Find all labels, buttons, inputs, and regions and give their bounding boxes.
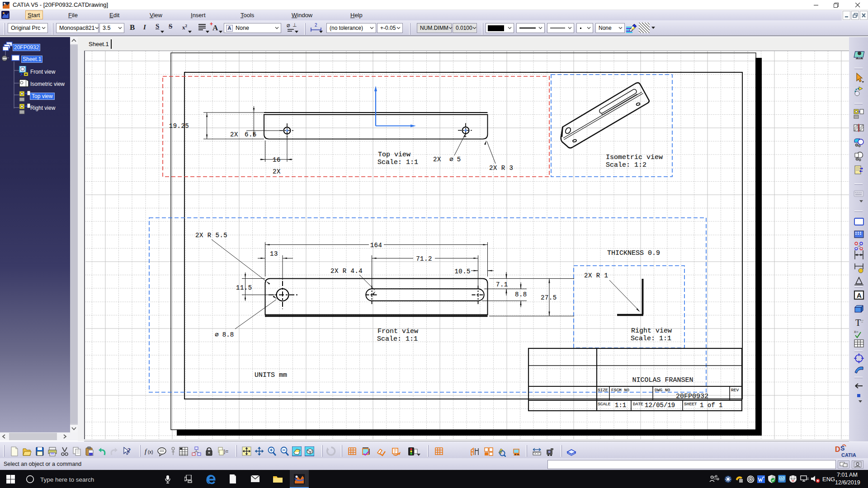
svg-text:(x): (x) [148, 450, 153, 455]
svg-text:8.8: 8.8 [515, 291, 527, 298]
svg-text:THICKNESS 0.9: THICKNESS 0.9 [607, 249, 660, 257]
svg-text:⊥: ⊥ [292, 22, 297, 28]
svg-text:13: 13 [270, 250, 278, 258]
svg-text:REV: REV [731, 388, 739, 393]
svg-text:2X: 2X [273, 168, 281, 175]
svg-text:2X R 3: 2X R 3 [489, 164, 513, 172]
svg-text:7.1: 7.1 [496, 281, 508, 288]
svg-text:?: ? [127, 447, 131, 454]
svg-text:⌀: ⌀ [287, 22, 290, 28]
svg-text:2X: 2X [230, 131, 238, 138]
svg-text:Front view: Front view [377, 328, 418, 335]
svg-text:CATIA: CATIA [841, 452, 856, 458]
svg-text:DWG NO: DWG NO [655, 388, 670, 393]
svg-text:f: f [145, 448, 147, 455]
svg-text:1:1: 1:1 [615, 402, 626, 409]
svg-text:164: 164 [370, 242, 382, 249]
svg-text:UNITS mm: UNITS mm [255, 371, 287, 379]
svg-text:16: 16 [273, 156, 281, 164]
svg-text:6.5: 6.5 [245, 131, 257, 138]
svg-text:27.5: 27.5 [541, 294, 557, 301]
svg-text:Right view: Right view [631, 327, 672, 335]
svg-text:A: A [212, 23, 218, 32]
svg-text:∅ 8.8: ∅ 8.8 [215, 331, 234, 338]
svg-text:2X R 4.4: 2X R 4.4 [330, 267, 363, 275]
svg-text:SIZE: SIZE [598, 388, 608, 393]
svg-text:x=: x= [854, 329, 859, 334]
svg-text:Scale: 1:1: Scale: 1:1 [377, 159, 418, 166]
svg-text:DATE: DATE [633, 402, 643, 407]
svg-text:Scale: 1:1: Scale: 1:1 [631, 335, 671, 343]
svg-text:SCALE: SCALE [598, 402, 611, 407]
svg-text:NICOLAS FRANSEN: NICOLAS FRANSEN [632, 376, 693, 384]
svg-text:T: T [855, 318, 861, 328]
svg-text:A: A [857, 291, 862, 299]
svg-text:2X: 2X [433, 156, 441, 163]
svg-text:+: + [210, 22, 213, 27]
svg-text:SHEET: SHEET [684, 402, 697, 407]
svg-text:10.5: 10.5 [454, 268, 471, 275]
svg-text:∅ 5: ∅ 5 [449, 156, 461, 163]
svg-text:D: D [835, 446, 840, 453]
svg-text:20FP0932: 20FP0932 [676, 393, 708, 400]
svg-text:FSCM NO: FSCM NO [611, 388, 629, 393]
svg-text:}=: }= [224, 449, 228, 454]
svg-text:2X R 1: 2X R 1 [584, 272, 608, 279]
svg-text:19.25: 19.25 [169, 122, 189, 130]
svg-text:Scale: 1:1: Scale: 1:1 [377, 335, 418, 343]
svg-text:2: 2 [315, 23, 317, 28]
svg-text:12/05/19: 12/05/19 [645, 402, 675, 409]
svg-text:Top view: Top view [378, 151, 410, 159]
svg-text:2X R 5.5: 2X R 5.5 [195, 232, 227, 239]
svg-text:1 of 1: 1 of 1 [700, 402, 722, 409]
svg-text:Scale: 1:2: Scale: 1:2 [606, 161, 646, 169]
svg-text:11.5: 11.5 [236, 284, 252, 291]
svg-text:71.2: 71.2 [416, 255, 432, 263]
svg-text:Isometric view: Isometric view [606, 154, 663, 161]
